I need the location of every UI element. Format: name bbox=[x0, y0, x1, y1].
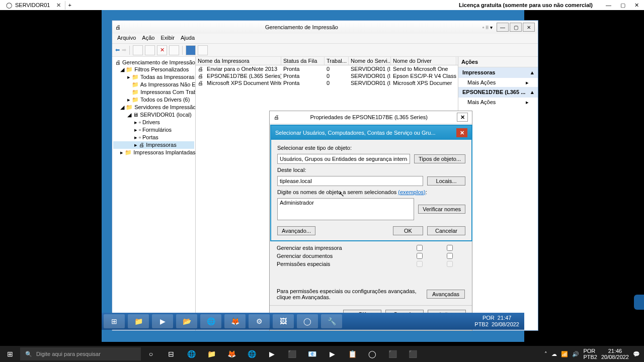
menu-view[interactable]: Exibir bbox=[160, 35, 175, 42]
deny-checkbox[interactable] bbox=[447, 245, 453, 251]
dialog-title: Selecionar Usuários, Computadores, Conta… bbox=[275, 130, 456, 136]
cancel-button[interactable]: Cancelar bbox=[427, 226, 465, 235]
allow-checkbox[interactable] bbox=[417, 261, 423, 267]
new-tab-button[interactable]: + bbox=[68, 2, 71, 8]
location-label: Deste local: bbox=[277, 167, 465, 173]
session-tab[interactable]: ◯SERVIDOR01✕ bbox=[2, 1, 65, 10]
delete-icon[interactable]: ✕ bbox=[157, 45, 167, 55]
taskbar-icon[interactable]: 🖼 bbox=[273, 314, 294, 328]
host-taskbar[interactable]: ⊞ 🔍Digite aqui para pesquisar ○ ⊟ 🌐 📁 🦊 … bbox=[0, 346, 644, 362]
object-type-label: Selecionar este tipo de objeto: bbox=[277, 145, 465, 151]
printer-icon: 🖨 bbox=[274, 114, 279, 120]
teamviewer-icon[interactable]: ◯ bbox=[362, 350, 382, 358]
action-more[interactable]: Mais Ações ▸ bbox=[458, 98, 538, 107]
refresh-icon[interactable] bbox=[169, 45, 179, 55]
close-button[interactable]: ✕ bbox=[523, 23, 535, 32]
close-button[interactable]: ✕ bbox=[634, 2, 639, 9]
explorer-icon[interactable]: 📁 bbox=[201, 350, 221, 358]
maximize-button[interactable]: ▢ bbox=[620, 2, 625, 9]
teamviewer-side-tab[interactable] bbox=[634, 295, 644, 310]
window-title: Gerenciamento de Impressão bbox=[121, 24, 482, 30]
volume-icon[interactable]: 🔊 bbox=[572, 351, 579, 357]
allow-checkbox[interactable] bbox=[417, 245, 423, 251]
advanced-button[interactable]: Avançado... bbox=[277, 226, 315, 235]
taskbar-icon[interactable]: ⬛ bbox=[403, 350, 423, 358]
taskbar-icon[interactable]: ⬛ bbox=[282, 350, 302, 358]
object-names-input[interactable]: Administrador bbox=[277, 198, 414, 220]
close-icon[interactable]: ✕ bbox=[457, 113, 468, 122]
names-label: Digite os nomes de objeto a serem seleci… bbox=[277, 189, 465, 195]
edge-icon[interactable]: 🌐 bbox=[181, 350, 201, 358]
maximize-button[interactable]: ▢ bbox=[510, 23, 522, 32]
toolbar: ⬅➡ ✕ bbox=[112, 44, 538, 57]
ok-button[interactable]: OK bbox=[393, 226, 423, 235]
taskbar-icon[interactable]: ▶ bbox=[322, 350, 342, 358]
tool-icon[interactable] bbox=[145, 45, 155, 55]
location-input[interactable] bbox=[277, 176, 423, 186]
chrome-icon[interactable]: 🌐 bbox=[242, 350, 262, 358]
taskbar-icon[interactable]: 📁 bbox=[128, 314, 149, 328]
deny-checkbox[interactable] bbox=[447, 253, 453, 259]
column-headers[interactable]: Nome da ImpressoraStatus da FilaTrabal..… bbox=[196, 57, 458, 65]
locations-button[interactable]: Locais... bbox=[427, 176, 465, 186]
menu-file[interactable]: Arquivo bbox=[117, 35, 136, 42]
permission-row: Gerenciar esta impressora bbox=[277, 244, 465, 252]
nav-tree[interactable]: 🖨 Gerenciamento de Impressão ◢ 📁 Filtros… bbox=[112, 57, 196, 330]
cortana-icon[interactable]: ○ bbox=[141, 350, 161, 358]
minimize-button[interactable]: — bbox=[497, 23, 509, 32]
deny-checkbox[interactable] bbox=[447, 261, 453, 267]
help-icon[interactable] bbox=[186, 45, 196, 55]
action-group[interactable]: Impressoras▴ bbox=[458, 67, 538, 78]
close-icon[interactable]: ✕ bbox=[456, 128, 467, 137]
permission-row: Gerenciar documentos bbox=[277, 252, 465, 260]
system-tray[interactable]: ˄ ☁ 📶 🔊 PORPTB2 21:4620/08/2022 💬 bbox=[544, 348, 644, 360]
app-icon: 🖨 bbox=[115, 24, 121, 30]
select-users-dialog: Selecionar Usuários, Computadores, Conta… bbox=[270, 125, 472, 241]
note-label: Para permissões especiais ou configuraçõ… bbox=[277, 288, 423, 300]
taskbar-icon[interactable]: ⚙ bbox=[249, 314, 270, 328]
list-item[interactable]: 🖨 Enviar para o OneNote 2013Pronta0SERVI… bbox=[196, 65, 458, 72]
list-item[interactable]: 🖨 Microsoft XPS Document WriterPronta0SE… bbox=[196, 79, 458, 86]
menu-bar[interactable]: Arquivo Ação Exibir Ajuda bbox=[112, 34, 538, 44]
taskbar-icon[interactable]: ▶ bbox=[262, 350, 282, 358]
cloud-icon[interactable]: ☁ bbox=[551, 351, 557, 357]
language-indicator[interactable]: PORPTB2 bbox=[583, 348, 597, 360]
taskbar-icon[interactable]: 📂 bbox=[176, 314, 197, 328]
search-input[interactable]: 🔍Digite aqui para pesquisar bbox=[20, 347, 141, 360]
tool-icon[interactable] bbox=[133, 45, 143, 55]
taskbar-icon[interactable]: ▶ bbox=[152, 314, 173, 328]
remote-clock[interactable]: POR 21:47 PTB2 20/08/2022 bbox=[474, 315, 522, 328]
object-type-input[interactable] bbox=[277, 154, 410, 164]
start-button[interactable]: ⊞ bbox=[104, 314, 125, 328]
firefox-icon[interactable]: 🦊 bbox=[224, 314, 246, 328]
allow-checkbox[interactable] bbox=[417, 253, 423, 259]
wifi-icon[interactable]: 📶 bbox=[561, 351, 568, 357]
taskbar-icon[interactable]: 📋 bbox=[342, 350, 362, 358]
chevron-up-icon[interactable]: ˄ bbox=[544, 351, 547, 357]
examples-link[interactable]: (exemplos) bbox=[398, 189, 425, 195]
taskbar-icon[interactable]: 🔧 bbox=[321, 314, 342, 328]
taskbar-icon[interactable]: 📧 bbox=[302, 350, 322, 358]
firefox-icon[interactable]: 🦊 bbox=[221, 350, 242, 358]
start-button[interactable]: ⊞ bbox=[0, 350, 20, 358]
task-view-icon[interactable]: ⊟ bbox=[161, 350, 181, 358]
action-group[interactable]: EPSONE1D7BE (L365 ...▴ bbox=[458, 87, 538, 98]
menu-help[interactable]: Ajuda bbox=[181, 35, 195, 42]
action-more[interactable]: Mais Ações ▸ bbox=[458, 78, 538, 87]
teamviewer-tab-bar: ◯SERVIDOR01✕ + Licença gratuita (somente… bbox=[0, 0, 644, 10]
list-item[interactable]: 🖨 EPSONE1D7BE (L365 Series)Pronta0SERVID… bbox=[196, 72, 458, 79]
tool-icon[interactable] bbox=[198, 45, 208, 55]
tree-node-printers[interactable]: ▸ 🖨 Impressoras bbox=[113, 141, 194, 149]
advanced-button[interactable]: Avançadas bbox=[427, 290, 465, 299]
teamviewer-icon[interactable]: ◯ bbox=[297, 314, 318, 328]
object-types-button[interactable]: Tipos de objeto... bbox=[414, 154, 465, 163]
clock[interactable]: 21:4620/08/2022 bbox=[601, 348, 629, 360]
notifications-icon[interactable]: 💬 bbox=[633, 351, 640, 357]
minimize-button[interactable]: — bbox=[606, 2, 611, 9]
menu-action[interactable]: Ação bbox=[142, 35, 154, 42]
taskbar-icon[interactable]: ⬛ bbox=[382, 350, 403, 358]
close-tab-icon[interactable]: ✕ bbox=[56, 2, 61, 9]
check-names-button[interactable]: Verificar nomes bbox=[418, 205, 465, 214]
remote-taskbar[interactable]: ⊞ 📁 ▶ 📂 🌐 🦊 ⚙ 🖼 ◯ 🔧 POR 21:47 PTB2 20/08… bbox=[102, 313, 524, 330]
chrome-icon[interactable]: 🌐 bbox=[200, 314, 221, 328]
